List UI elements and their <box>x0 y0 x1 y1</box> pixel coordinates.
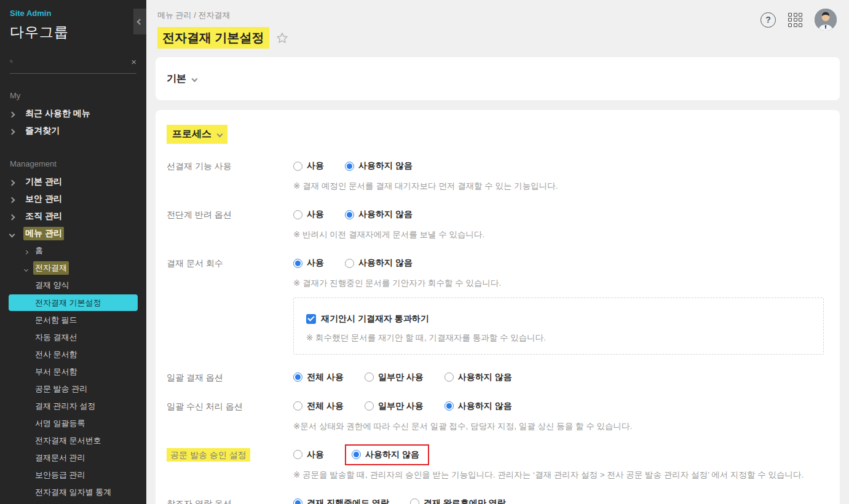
checkbox-checked-icon[interactable] <box>306 314 316 324</box>
favorite-star-icon[interactable] <box>275 31 289 45</box>
sidebar-item[interactable]: 결재 양식 <box>0 277 146 294</box>
radio-option[interactable]: 결재 진행중에도 열람 <box>293 498 389 504</box>
radio-selected-icon[interactable] <box>293 498 302 504</box>
sidebar-item[interactable]: 부서 문서함 <box>0 363 146 380</box>
radio-icon[interactable] <box>293 450 302 459</box>
sidebar-item[interactable]: 즐겨찾기 <box>0 122 146 140</box>
sidebar-item[interactable]: 전자결재 기본설정 <box>9 294 138 311</box>
radio-option-label: 사용 <box>307 258 324 269</box>
form-row: 결재 문서 회수사용사용하지 않음※ 결재가 진행중인 문서를 기안자가 회수할… <box>167 257 829 355</box>
radio-icon[interactable] <box>410 498 419 504</box>
sidebar-item[interactable]: 전사 문서함 <box>0 346 146 363</box>
sidebar-item[interactable]: 결재문서 관리 <box>0 449 146 467</box>
help-icon[interactable]: ? <box>760 12 776 28</box>
sidebar-item[interactable]: 서명 일괄등록 <box>0 415 146 432</box>
radio-selected-icon[interactable] <box>293 259 302 268</box>
sidebar-item-label: 부서 문서함 <box>33 365 79 379</box>
search-input[interactable] <box>18 57 126 66</box>
section-process-header[interactable]: 프로세스 <box>167 125 829 144</box>
chevron-right-icon <box>9 197 15 203</box>
chevron-down-icon <box>9 232 15 238</box>
radio-selected-icon[interactable] <box>444 401 454 411</box>
radio-option[interactable]: 전체 사용 <box>293 372 344 383</box>
radio-option[interactable]: 사용하지 않음 <box>444 372 512 383</box>
sidebar-item[interactable]: 결재 관리자 설정 <box>0 398 146 415</box>
radio-option-label: 사용하지 않음 <box>458 372 512 383</box>
radio-option-label: 사용하지 않음 <box>365 449 419 460</box>
sidebar-item[interactable]: 기본 관리 <box>0 173 146 191</box>
sidebar-item[interactable]: 보안등급 관리 <box>0 467 146 484</box>
form-row-label: 일괄 결재 옵션 <box>167 371 293 384</box>
radio-option-label: 사용하지 않음 <box>358 160 413 171</box>
radio-option-label: 전체 사용 <box>307 401 344 412</box>
radio-selected-icon[interactable] <box>345 210 354 219</box>
radio-option[interactable]: 사용 <box>293 258 324 269</box>
radio-selected-icon[interactable] <box>293 372 302 382</box>
sidebar-item-label: 서명 일괄등록 <box>33 417 87 430</box>
sidebar-collapse-button[interactable] <box>133 9 146 34</box>
radio-option[interactable]: 사용하지 않음 <box>345 209 413 220</box>
radio-option-label: 사용 <box>307 209 324 220</box>
radio-selected-icon[interactable] <box>352 450 361 459</box>
form-row-label: 결재 문서 회수 <box>167 257 293 355</box>
radio-icon[interactable] <box>293 210 302 219</box>
search-icon <box>10 57 13 66</box>
sub-option-box: 재기안시 기결재자 통과하기※ 회수했던 문서를 재기안 할 때, 기결재자를 … <box>293 297 824 355</box>
radio-option[interactable]: 사용하지 않음 <box>352 449 419 460</box>
sidebar-item[interactable]: 전자결재 일자별 통계 <box>0 484 146 501</box>
sidebar-header: Site Admin 다우그룹 <box>0 0 146 42</box>
radio-option[interactable]: 사용하지 않음 <box>345 258 413 269</box>
avatar[interactable] <box>815 9 837 31</box>
radio-icon[interactable] <box>293 401 302 411</box>
sidebar-item[interactable]: 메뉴 관리 <box>0 225 146 242</box>
sidebar-menu: My최근 사용한 메뉴즐겨찾기Management기본 관리보안 관리조직 관리… <box>0 91 146 504</box>
sub-box-note: ※ 회수했던 문서를 재기안 할 때, 기결재자를 통과할 수 있습니다. <box>306 333 811 344</box>
sidebar-item-label: 메뉴 관리 <box>23 227 64 240</box>
radio-icon[interactable] <box>365 372 374 382</box>
radio-icon[interactable] <box>345 259 354 268</box>
process-form: 선결재 기능 사용사용사용하지 않음※ 결재 예정인 문서를 결재 대기자보다 … <box>167 160 829 504</box>
sidebar-item[interactable]: 문서함 필드 <box>0 312 146 329</box>
search-clear-icon[interactable]: × <box>131 57 136 66</box>
radio-option[interactable]: 사용 <box>293 209 324 220</box>
radio-option[interactable]: 사용 <box>293 449 324 460</box>
chevron-left-icon <box>137 18 143 25</box>
radio-icon[interactable] <box>444 372 454 382</box>
form-row-control: 전체 사용일부만 사용사용하지 않음 <box>293 371 829 384</box>
chevron-right-icon <box>9 180 15 186</box>
radio-option[interactable]: 결재 완료후에만 열람 <box>410 498 506 504</box>
sidebar-item[interactable]: 최근 사용한 메뉴 <box>0 105 146 122</box>
radio-option[interactable]: 사용하지 않음 <box>345 160 413 171</box>
radio-icon[interactable] <box>365 401 374 411</box>
sidebar-item[interactable]: 홈 <box>0 242 146 259</box>
sidebar-item[interactable]: 전자결재 문서번호 <box>0 432 146 449</box>
radio-option[interactable]: 일부만 사용 <box>365 401 424 412</box>
sidebar-item[interactable]: 전자결재 부서별 통계 <box>0 501 146 504</box>
radio-option[interactable]: 사용 <box>293 160 324 171</box>
radio-option[interactable]: 사용하지 않음 <box>444 401 512 412</box>
form-row: 선결재 기능 사용사용사용하지 않음※ 결재 예정인 문서를 결재 대기자보다 … <box>167 160 829 192</box>
section-basic-header[interactable]: 기본 <box>167 73 197 85</box>
section-basic-title: 기본 <box>167 73 186 85</box>
form-row-label: 전단계 반려 옵션 <box>167 208 293 240</box>
sidebar-item[interactable]: 보안 관리 <box>0 191 146 208</box>
company-name: 다우그룹 <box>10 23 136 42</box>
sidebar-item[interactable]: 전자결재 <box>0 259 146 277</box>
sidebar-item[interactable]: 조직 관리 <box>0 208 146 225</box>
sidebar-item[interactable]: 자동 결재선 <box>0 329 146 346</box>
radio-option[interactable]: 전체 사용 <box>293 401 344 412</box>
form-row-label: 선결재 기능 사용 <box>167 160 293 192</box>
form-row-control: 사용사용하지 않음※ 결재가 진행중인 문서를 기안자가 회수할 수 있습니다.… <box>293 257 829 355</box>
radio-icon[interactable] <box>293 162 302 171</box>
radio-group: 사용사용하지 않음 <box>293 160 829 172</box>
radio-option[interactable]: 일부만 사용 <box>365 372 424 383</box>
sidebar-item-label: 기본 관리 <box>23 175 64 189</box>
form-row-note: ※ 공문을 발송할 때, 관리자의 승인을 받는 기능입니다. 관리자는 ‘결재… <box>293 470 829 481</box>
apps-grid-icon[interactable] <box>788 13 802 27</box>
radio-option-label: 사용 <box>307 449 324 460</box>
radio-selected-icon[interactable] <box>345 162 354 171</box>
sidebar-item[interactable]: 공문 발송 관리 <box>0 380 146 398</box>
checkbox-option[interactable]: 재기안시 기결재자 통과하기 <box>306 313 429 325</box>
radio-group: 전체 사용일부만 사용사용하지 않음 <box>293 371 829 384</box>
sidebar-item-label: 즐겨찾기 <box>23 124 61 138</box>
